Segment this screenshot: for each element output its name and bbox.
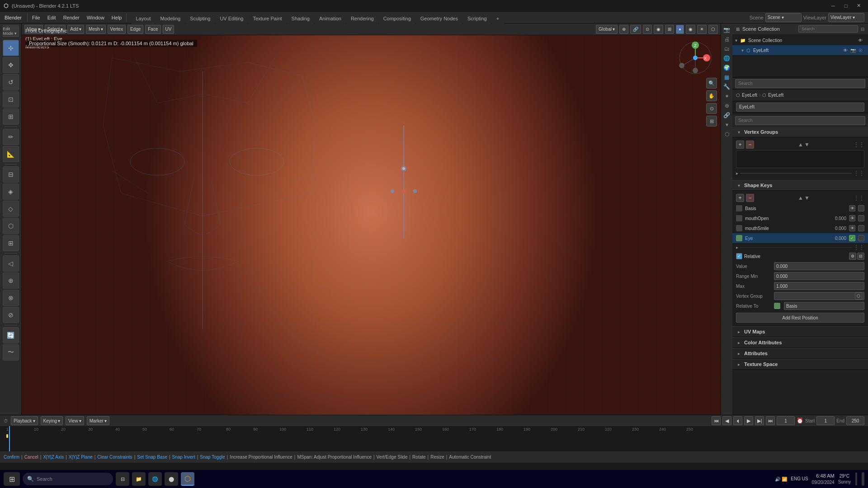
sk-item-mouthsmile[interactable]: mouthSmile 0.000 👁 xyxy=(732,223,868,233)
playback-menu[interactable]: Playback ▾ xyxy=(11,416,38,425)
proportional-btn[interactable]: ⊙ xyxy=(643,25,652,34)
sk-add-btn[interactable]: + xyxy=(736,194,744,202)
add-rest-position-btn[interactable]: Add Rest Position xyxy=(736,313,864,323)
mesh-menu-btn[interactable]: Mesh ▾ xyxy=(86,25,105,34)
breadcrumb-obj1[interactable]: EyeLeft xyxy=(742,93,757,98)
tab-sculpting[interactable]: Sculpting xyxy=(185,14,215,23)
marker-menu[interactable]: Marker ▾ xyxy=(87,416,109,425)
tool-spin[interactable]: 🔄 xyxy=(3,327,19,343)
mspan-btn[interactable]: MSpan: Adjust Proportional Influence xyxy=(297,455,372,460)
tool-loop-cut[interactable]: ⊟ xyxy=(3,166,19,183)
tool-measure[interactable]: 📐 xyxy=(3,146,19,162)
playhead[interactable] xyxy=(9,426,10,451)
rotate-btn[interactable]: Rotate xyxy=(412,455,425,460)
confirm-label[interactable]: Confirm xyxy=(4,455,19,460)
shading-solid[interactable]: ● xyxy=(676,25,684,34)
orbit-btn[interactable]: ⊙ xyxy=(706,103,717,114)
chrome-btn[interactable]: ⬤ xyxy=(165,472,178,486)
resize-btn[interactable]: Resize xyxy=(430,455,444,460)
uv-menu-btn[interactable]: UV xyxy=(163,25,175,34)
sk-item-mouthopen[interactable]: mouthOpen 0.000 👁 xyxy=(732,213,868,223)
physics-props-icon[interactable]: ⊕ xyxy=(722,101,731,110)
render-icon-eyeleft[interactable]: ☉ xyxy=(859,48,863,53)
relative-options-btn[interactable]: ⚙ xyxy=(849,253,856,260)
grid-btn[interactable]: ⊞ xyxy=(706,116,717,127)
outliner-search-input[interactable] xyxy=(798,25,858,33)
outliner-filter-btn[interactable]: ⊟ xyxy=(861,27,864,32)
object-props-icon[interactable]: ▦ xyxy=(722,73,731,82)
outliner-item-scene-collection[interactable]: ▾ 📁 Scene Collection 👁 xyxy=(732,35,868,45)
clear-constraints-btn[interactable]: Clear Constraints xyxy=(97,455,132,460)
global-select[interactable]: Global ▾ xyxy=(596,25,618,34)
tool-inset[interactable]: ⬡ xyxy=(3,218,19,234)
face-menu-btn[interactable]: Face xyxy=(145,25,160,34)
vertex-group-dropdown[interactable]: ⬡ xyxy=(774,292,864,300)
material-props-icon[interactable]: ⬡ xyxy=(722,130,731,139)
cancel-label[interactable]: Cancel xyxy=(24,455,38,460)
tool-bevel[interactable]: ◇ xyxy=(3,201,19,217)
prev-frame-btn[interactable]: ◀ xyxy=(722,416,731,425)
tool-transform[interactable]: ⊞ xyxy=(3,108,19,125)
tool-extrude[interactable]: ⊞ xyxy=(3,235,19,251)
modifier-props-icon[interactable]: 🔧 xyxy=(722,82,731,91)
play-reverse-btn[interactable]: ⏴ xyxy=(733,416,742,425)
object-name-field[interactable]: EyeLeft xyxy=(736,103,864,112)
sk-remove-btn[interactable]: − xyxy=(746,194,754,202)
vg-up-arrow[interactable]: ▲ xyxy=(798,141,803,148)
render-menu[interactable]: Render xyxy=(60,12,83,23)
vertex-menu-btn[interactable]: Vertex xyxy=(108,25,126,34)
vg-add-btn[interactable]: + xyxy=(736,141,744,149)
sk-arrow-expand[interactable]: ▸ xyxy=(736,245,738,250)
snap-base-btn[interactable]: Set Snap Base xyxy=(137,455,167,460)
vg-menu-dots[interactable]: ⋮⋮ xyxy=(854,141,864,148)
tool-scale[interactable]: ⊡ xyxy=(3,91,19,108)
view-gizmo[interactable]: X Z xyxy=(677,40,713,76)
timeline-view-menu[interactable]: View ▾ xyxy=(66,416,84,425)
sk-mouthsmile-lock[interactable] xyxy=(858,225,864,231)
sk-mouthopen-mute[interactable]: 👁 xyxy=(849,215,855,221)
attributes-section-header[interactable]: ▸ Attributes xyxy=(732,348,868,359)
sk-eye-mute[interactable]: ✓ xyxy=(849,235,855,241)
tool-cursor[interactable]: ⊹ xyxy=(3,40,19,56)
blender-menu[interactable]: Blender xyxy=(0,15,26,20)
edit-menu[interactable]: Edit xyxy=(44,12,60,23)
relative-extra-btn[interactable]: ⊟ xyxy=(857,253,864,260)
constraints-props-icon[interactable]: 🔗 xyxy=(722,111,731,120)
sk-basis-lock[interactable] xyxy=(858,205,864,211)
task-view-btn[interactable]: ⊟ xyxy=(116,472,129,486)
pan-btn[interactable]: ✋ xyxy=(706,90,717,101)
vertex-groups-section-header[interactable]: ▾ Vertex Groups xyxy=(732,127,868,137)
file-menu[interactable]: File xyxy=(28,12,44,23)
scene-props-icon[interactable]: 🌐 xyxy=(722,54,731,63)
shading-rendered[interactable]: ☀ xyxy=(697,25,707,34)
tool-smooth-vertices[interactable]: 〜 xyxy=(3,344,19,361)
max-field[interactable]: 1.000 xyxy=(774,282,864,290)
next-frame-btn[interactable]: ▶| xyxy=(755,416,764,425)
vert-edge-slide-btn[interactable]: Vert/Edge Slide xyxy=(377,455,408,460)
sk-basis-mute[interactable]: 👁 xyxy=(849,205,855,211)
start-frame-field[interactable]: 1 xyxy=(816,416,835,425)
tab-geometry-nodes[interactable]: Geometry Nodes xyxy=(416,14,462,23)
props-search-input-1[interactable] xyxy=(735,79,865,88)
help-menu[interactable]: Help xyxy=(108,12,126,23)
play-btn[interactable]: ▶ xyxy=(744,416,753,425)
scene-select[interactable]: Scene ▾ xyxy=(765,13,802,22)
sk-up-arrow[interactable]: ▲ xyxy=(798,195,803,201)
prop-influence-btn[interactable]: Increase Proportional Influence xyxy=(230,455,292,460)
overlay-btn[interactable]: ◉ xyxy=(654,25,663,34)
tab-layout[interactable]: Layout xyxy=(131,14,155,23)
shading-eevee[interactable]: ⬡ xyxy=(708,25,718,34)
tool-knife[interactable]: ◈ xyxy=(3,183,19,200)
viewport[interactable]: View ▾ Select ▾ Add ▾ Mesh ▾ Vertex Edge… xyxy=(22,23,721,415)
output-props-icon[interactable]: 🖨 xyxy=(722,35,731,44)
explorer-btn[interactable]: 📁 xyxy=(132,472,146,486)
color-attributes-section-header[interactable]: ▸ Color Attributes xyxy=(732,337,868,348)
sk-down-arrow[interactable]: ▼ xyxy=(804,195,810,201)
plane-btn[interactable]: X|Y|Z Plane xyxy=(69,455,93,460)
tool-annotate[interactable]: ✏ xyxy=(3,129,19,145)
end-frame-field[interactable]: 250 xyxy=(846,416,864,425)
axis-btn[interactable]: X|Y|Z Axis xyxy=(43,455,64,460)
tab-shading[interactable]: Shading xyxy=(287,14,314,23)
tab-rendering[interactable]: Rendering xyxy=(346,14,378,23)
vg-remove-btn[interactable]: − xyxy=(746,141,754,149)
